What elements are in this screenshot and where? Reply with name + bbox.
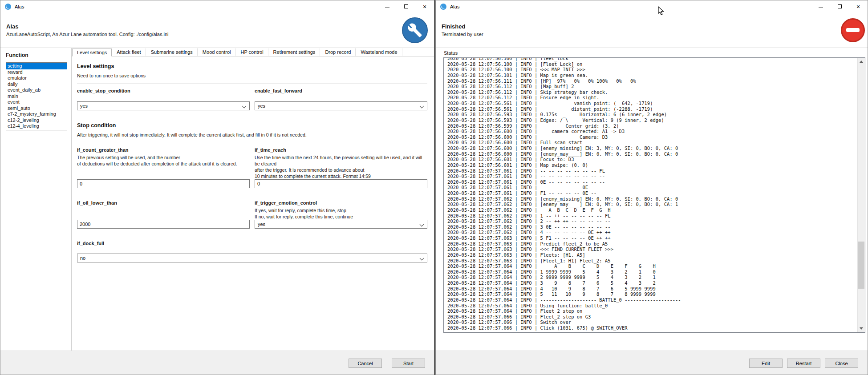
function-list-item[interactable]: event xyxy=(6,99,67,105)
close-icon: × xyxy=(856,4,860,10)
function-list: settingrewardemulatordailyevent_daily_ab… xyxy=(6,62,67,130)
scroll-up-button[interactable] xyxy=(858,58,865,65)
window-title: Alas xyxy=(15,4,24,9)
log-line: 2020-05-28 12:07:56.600 | INFO | Camera:… xyxy=(447,134,856,140)
function-list-item[interactable]: event_daily_ab xyxy=(6,87,67,93)
divider xyxy=(77,143,427,143)
log-line: 2020-05-28 12:07:57.066 | INFO | Click (… xyxy=(447,325,856,331)
log-line: 2020-05-28 12:07:56.100 | INFO | <<< MAP… xyxy=(447,67,856,73)
log-line: 2020-05-28 12:07:57.063 | INFO | Predict… xyxy=(447,241,856,247)
function-list-item[interactable]: c12-2_leveling xyxy=(6,117,67,124)
log-line: 2020-05-28 12:07:57.062 | INFO | 3 0E --… xyxy=(447,224,856,230)
log-output[interactable]: 2020-05-28 12:07:56.100 | INFO | fleet_l… xyxy=(443,57,865,333)
tab[interactable]: Attack fleet xyxy=(112,48,146,56)
function-list-item[interactable]: daily xyxy=(6,81,67,88)
log-line: 2020-05-28 12:07:57.061 | INFO | 0E -- -… xyxy=(447,179,856,185)
function-list-item[interactable]: reward xyxy=(6,69,67,76)
dropdown-value: no xyxy=(80,255,85,261)
minimize-button[interactable] xyxy=(378,0,397,12)
function-list-item[interactable]: c12-4_leveling xyxy=(6,123,67,129)
log-line: 2020-05-28 12:07:57.062 | INFO | [enemy_… xyxy=(447,196,856,202)
log-line: 2020-05-28 12:07:56.101 | INFO | Map is … xyxy=(447,73,856,78)
function-list-item[interactable]: emulator xyxy=(6,75,67,81)
titlebar[interactable]: Alas × xyxy=(436,0,868,12)
tab[interactable]: Retirement settings xyxy=(268,48,320,56)
log-line: 2020-05-28 12:07:57.062 | INFO | 4 -- --… xyxy=(447,230,856,235)
log-line: 2020-05-28 12:07:57.064 | INFO | 1 9999 … xyxy=(447,269,856,275)
tab[interactable]: Mood control xyxy=(198,48,236,56)
log-line: 2020-05-28 12:07:57.066 | INFO | Fleet_2… xyxy=(447,314,856,320)
if-count-greater-than-input[interactable] xyxy=(77,179,250,188)
edit-button[interactable]: Edit xyxy=(749,359,783,368)
log-line: 2020-05-28 12:07:57.061 | INFO | F1 -- -… xyxy=(447,190,856,196)
close-button[interactable]: × xyxy=(415,0,434,12)
alas-log-window: Alas × Finished Terminated by user Statu… xyxy=(435,0,868,375)
titlebar[interactable]: Alas × xyxy=(0,0,434,12)
log-scrollbar[interactable] xyxy=(857,58,865,332)
if-time-reach-input[interactable] xyxy=(255,179,427,188)
field-label-if-oil-lower-than: if_oil_lower_than xyxy=(77,200,250,206)
if-oil-lower-than-input[interactable] xyxy=(77,220,250,229)
log-line: 2020-05-28 12:07:56.111 | INFO | [HP] 97… xyxy=(447,78,856,84)
tab[interactable]: Level settings xyxy=(72,48,112,56)
maximize-icon xyxy=(838,4,842,8)
log-line: 2020-05-28 12:07:57.062 | INFO | 1 -- ++… xyxy=(447,213,856,219)
log-lines: 2020-05-28 12:07:56.100 | INFO | fleet_l… xyxy=(447,57,865,331)
scroll-up-icon xyxy=(860,60,863,63)
form-row-4: if_dock_full no xyxy=(77,241,427,262)
tab[interactable]: Drop record xyxy=(320,48,356,56)
enable-stop-condition-dropdown[interactable]: yes xyxy=(77,101,250,110)
log-line: 2020-05-28 12:07:57.064 | INFO | 3 9 8 7… xyxy=(447,280,856,286)
if-trigger-emotion-control-dropdown[interactable]: yes xyxy=(255,220,427,229)
tab[interactable]: Wasteland mode xyxy=(356,48,402,56)
field-label-if-count-greater-than: if_count_greater_than xyxy=(77,147,250,153)
log-line: 2020-05-28 12:07:56.600 | INFO | [enemy_… xyxy=(447,145,856,151)
scroll-down-button[interactable] xyxy=(858,325,865,332)
function-list-item[interactable]: main xyxy=(6,93,67,100)
log-line: 2020-05-28 12:07:57.061 | INFO | -- -- -… xyxy=(447,168,856,174)
tab[interactable]: HP control xyxy=(235,48,268,56)
log-line: 2020-05-28 12:07:57.063 | INFO | Fleets:… xyxy=(447,252,856,258)
close-button[interactable]: × xyxy=(849,0,868,12)
status-section: Status 2020-05-28 12:07:56.100 | INFO | … xyxy=(436,48,868,351)
field-desc: Use the time within the next 24 hours, t… xyxy=(255,154,427,179)
start-button[interactable]: Start xyxy=(392,359,425,368)
cancel-button[interactable]: Cancel xyxy=(349,359,382,368)
divider xyxy=(77,84,427,84)
log-line: 2020-05-28 12:07:56.599 | INFO | Center … xyxy=(447,123,856,129)
tab[interactable]: Submarine settings xyxy=(146,48,198,56)
log-line: 2020-05-28 12:07:56.601 | INFO | Focus t… xyxy=(447,157,856,162)
section-title-stop-condition: Stop condition xyxy=(77,122,427,129)
log-line: 2020-05-28 12:07:57.064 | INFO | 5 11 10… xyxy=(447,291,856,297)
close-window-button[interactable]: Close xyxy=(825,359,858,368)
function-list-item[interactable]: c7-2_mystery_farming xyxy=(6,111,67,117)
caption-buttons: × xyxy=(378,0,434,12)
log-line: 2020-05-28 12:07:56.593 | INFO | Edges: … xyxy=(447,117,856,123)
enable-fast-forward-dropdown[interactable]: yes xyxy=(255,101,427,110)
app-title: Alas xyxy=(6,23,168,30)
minimize-button[interactable] xyxy=(811,0,830,12)
alas-app-icon xyxy=(4,3,12,10)
field-label-enable-stop-condition: enable_stop_condition xyxy=(77,88,250,93)
maximize-button[interactable] xyxy=(830,0,849,12)
log-line: 2020-05-28 12:07:57.064 | INFO | Using f… xyxy=(447,303,856,309)
log-line: 2020-05-28 12:07:57.062 | INFO | A B C D… xyxy=(447,207,856,213)
app-subtitle: AzurLaneAutoScript, An Azur Lane automat… xyxy=(6,32,168,37)
log-line: 2020-05-28 12:07:57.064 | INFO | Fleet 2… xyxy=(447,308,856,314)
maximize-icon xyxy=(404,4,408,8)
restart-button[interactable]: Restart xyxy=(787,359,820,368)
function-list-item[interactable]: semi_auto xyxy=(6,105,67,112)
if-dock-full-dropdown[interactable]: no xyxy=(77,254,427,262)
log-line: 2020-05-28 12:07:57.061 | INFO | -- -- -… xyxy=(447,185,856,190)
log-line: 2020-05-28 12:07:56.600 | INFO | Full sc… xyxy=(447,140,856,145)
log-line: 2020-05-28 12:07:56.601 | INFO | Map swi… xyxy=(447,162,856,168)
log-line: 2020-05-28 12:07:57.061 | INFO | -- -- -… xyxy=(447,173,856,179)
maximize-button[interactable] xyxy=(397,0,415,12)
form-row-1: enable_stop_condition yes enable_fast_fo… xyxy=(77,88,427,110)
log-line: 2020-05-28 12:07:57.063 | INFO | 5 F1 --… xyxy=(447,235,856,241)
dropdown-value: yes xyxy=(258,103,265,109)
field-label-if-time-reach: if_time_reach xyxy=(255,147,427,153)
scrollbar-thumb[interactable] xyxy=(858,242,864,289)
function-list-item[interactable]: setting xyxy=(6,63,67,69)
field-label-if-dock-full: if_dock_full xyxy=(77,241,427,246)
